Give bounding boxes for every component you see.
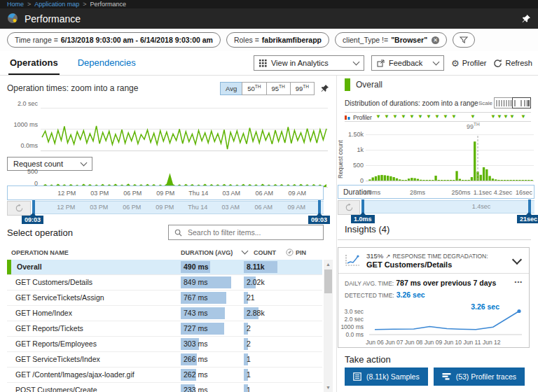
table-row[interactable]: POST Customers/Create233 ms1 bbox=[7, 383, 322, 392]
table-row[interactable]: GET /Content/Images/ajax-loader.gif262 m… bbox=[7, 368, 322, 383]
count-value: 2 bbox=[247, 337, 251, 351]
remove-filter-icon[interactable]: ✕ bbox=[432, 36, 439, 44]
y-axis-label: 500 bbox=[343, 162, 364, 169]
feedback-dropdown[interactable]: Feedback bbox=[371, 55, 444, 71]
scroll-down-icon[interactable]: ▼ bbox=[324, 383, 333, 392]
trend-line bbox=[364, 305, 525, 339]
column-count[interactable]: COUNT bbox=[254, 249, 276, 256]
brush-ticks: 12 PM03 PM06 PM09 PMThu 1403 AM06 AM09 A… bbox=[7, 201, 324, 214]
x-axis-label: Jun 12 bbox=[483, 339, 501, 346]
count-value: 8.11k bbox=[247, 260, 265, 274]
reset-zoom-button[interactable] bbox=[338, 200, 360, 215]
degradation-trend-chart: 3.0 sec 2.0 sec 1000 ms 0.0 ms 3.26 sec … bbox=[338, 304, 529, 347]
duration-value: 262 ms bbox=[184, 368, 207, 382]
table-row[interactable]: GET ServiceTickets/Assign767 ms21 bbox=[7, 290, 322, 306]
table-row[interactable]: GET Home/Index743 ms2.88k bbox=[7, 306, 322, 321]
brush-end-label: 09:03 bbox=[308, 216, 330, 224]
operation-times-title: Operation times: zoom into a range bbox=[7, 83, 138, 93]
profiler-marker-icon: ▼ bbox=[520, 113, 526, 120]
operation-name: GET /Content/Images/ajax-loader.gif bbox=[15, 368, 134, 382]
scroll-up-icon[interactable]: ▲ bbox=[324, 260, 333, 269]
percentile-button-50[interactable]: 50TH bbox=[242, 82, 266, 95]
operation-name: POST Customers/Create bbox=[15, 383, 97, 392]
duration-range-brush: 1.4sec 1.0ms 21sec bbox=[338, 200, 534, 224]
chevron-down-icon bbox=[353, 59, 360, 66]
breadcrumb-separator: > bbox=[27, 1, 31, 8]
profiler-marker-icon: ▼ bbox=[375, 113, 381, 120]
traces-button-label: (53) Profiler traces bbox=[456, 372, 516, 381]
samples-button-label: (8.11k) Samples bbox=[366, 372, 420, 381]
y-axis-label: 0.0ms bbox=[7, 142, 38, 149]
operation-times-header: Operation times: zoom into a range Avg50… bbox=[7, 80, 329, 96]
take-action-title: Take action bbox=[345, 354, 391, 365]
log-scale-button[interactable] bbox=[512, 97, 531, 108]
column-operation-name[interactable]: OPERATION NAME bbox=[11, 249, 69, 256]
time-range-brush: 12 PM03 PM06 PM09 PMThu 1403 AM06 AM09 A… bbox=[7, 201, 324, 225]
breadcrumb-application-map[interactable]: Application map bbox=[34, 1, 79, 8]
table-scrollbar[interactable]: ▲ ▼ bbox=[324, 260, 333, 392]
table-row[interactable]: GET Customers/Details849 ms2.02k bbox=[7, 275, 322, 290]
profiler-marker-icon: ▼ bbox=[418, 113, 423, 120]
percentile-button-95[interactable]: 95TH bbox=[266, 82, 291, 95]
search-input[interactable] bbox=[186, 227, 317, 237]
roles-filter-pill[interactable]: Roles = fabrikamfiberapp bbox=[226, 32, 329, 48]
operation-times-chart: 2.0 sec 1000 ms 0.0ms bbox=[7, 99, 329, 155]
table-row[interactable]: GET Reports/Employees303 ms2 bbox=[7, 337, 322, 352]
count-value: 2.02k bbox=[247, 275, 265, 290]
percentile-button-avg[interactable]: Avg bbox=[220, 82, 242, 95]
brush-start-label: 09:03 bbox=[22, 216, 43, 224]
column-pin[interactable]: PIN bbox=[296, 249, 306, 256]
toolbar-controls: View in Analytics Feedback ⚙ Profiler Re… bbox=[254, 55, 532, 71]
profiler-traces-button[interactable]: (53) Profiler traces bbox=[434, 368, 525, 386]
profiler-button-label: Profiler bbox=[462, 59, 487, 67]
trend-up-icon: ↗ bbox=[385, 253, 390, 260]
profiler-marker-icon: ▼ bbox=[443, 113, 448, 120]
view-in-analytics-dropdown[interactable]: View in Analytics bbox=[254, 55, 364, 71]
duration-value: 767 ms bbox=[184, 290, 207, 305]
percentile-button-99[interactable]: 99TH bbox=[290, 82, 315, 95]
breadcrumb-performance: Performance bbox=[90, 1, 127, 8]
x-axis-label: Jun 07 bbox=[385, 339, 404, 346]
x-axis-label: Jun 09 bbox=[425, 339, 443, 346]
pin-chart-icon[interactable] bbox=[321, 84, 329, 92]
brush-band[interactable] bbox=[361, 200, 534, 214]
profiler-marker-icon: ▼ bbox=[426, 113, 432, 120]
time-tick-label: 06 AM bbox=[256, 190, 274, 197]
duration-value: 233 ms bbox=[184, 383, 207, 392]
samples-button[interactable]: (8.11k) Samples bbox=[345, 368, 428, 386]
chevron-down-icon[interactable] bbox=[512, 254, 522, 264]
daily-avg-label: DAILY AVG. TIME: bbox=[345, 280, 394, 287]
more-options-icon[interactable]: ••• bbox=[515, 279, 523, 285]
y-axis-label: 2.0 sec bbox=[7, 100, 38, 107]
operations-table: Overall490 ms8.11kGET Customers/Details8… bbox=[7, 260, 322, 392]
column-duration[interactable]: DURATION (AVG) bbox=[181, 249, 233, 256]
time-range-filter-pill[interactable]: Time range = 6/13/2018 9:03:00 am - 6/14… bbox=[7, 32, 221, 48]
y-axis-label: 1.50k bbox=[343, 131, 364, 138]
linear-scale-button[interactable] bbox=[494, 97, 513, 108]
profiler-marker-icon: ▼ bbox=[434, 113, 440, 120]
pin-column-icon bbox=[286, 248, 294, 256]
y-axis-label: 1000 ms bbox=[7, 121, 38, 128]
table-row[interactable]: GET ServiceTickets/Index266 ms1 bbox=[7, 352, 322, 368]
time-tick-label: 03 PM bbox=[90, 204, 108, 211]
refresh-button[interactable]: Refresh bbox=[493, 59, 532, 68]
insight-card-header[interactable]: 315% ↗ RESPONSE TIME DEGRADATION: GET Cu… bbox=[338, 248, 529, 274]
sort-chevron-icon[interactable] bbox=[242, 248, 249, 255]
funnel-icon bbox=[460, 36, 468, 44]
profiler-marker-icon: ▼ bbox=[490, 113, 496, 120]
client-type-filter-pill[interactable]: client_Type != "Browser" ✕ bbox=[335, 32, 447, 48]
count-value: 2.88k bbox=[247, 306, 265, 321]
tab-operations[interactable]: Operations bbox=[8, 51, 60, 75]
scrollbar-thumb[interactable] bbox=[324, 270, 332, 293]
profiler-button[interactable]: ⚙ Profiler bbox=[451, 58, 487, 69]
pin-icon[interactable] bbox=[522, 14, 531, 23]
profiler-marker-icon: ▼ bbox=[401, 113, 406, 120]
tab-dependencies[interactable]: Dependencies bbox=[76, 51, 137, 75]
table-row[interactable]: Overall490 ms8.11k bbox=[7, 260, 322, 275]
breadcrumb-home[interactable]: Home bbox=[7, 1, 24, 8]
search-box[interactable] bbox=[168, 225, 324, 240]
table-row[interactable]: GET Reports/Tickets727 ms2 bbox=[7, 321, 322, 337]
add-filter-button[interactable] bbox=[453, 32, 475, 48]
time-tick-label: 03 AM bbox=[223, 190, 241, 197]
operation-name: GET ServiceTickets/Index bbox=[15, 352, 100, 367]
